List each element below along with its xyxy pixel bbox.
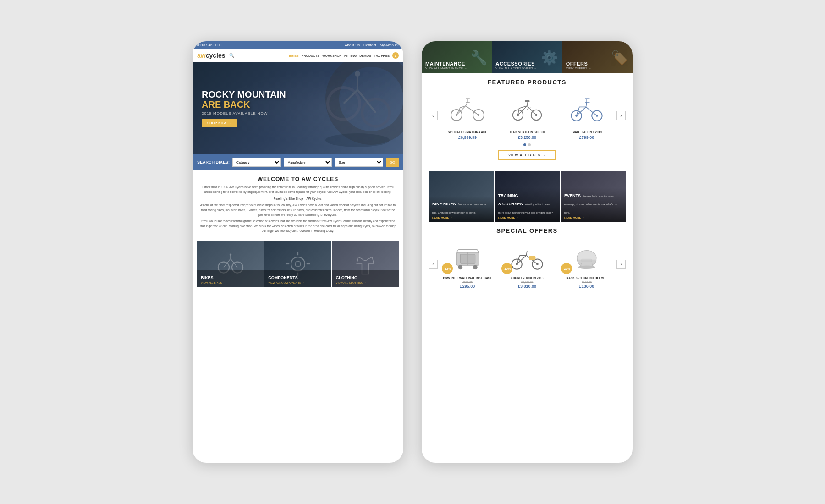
accessories-sub: VIEW ALL ACCESSORIES → [495,67,537,70]
dot-2 [528,143,531,146]
view-all-bikes-button[interactable]: VIEW ALL BIKES → [498,150,556,160]
carousel-prev-button[interactable]: ‹ [429,111,438,120]
accessories-icon: ⚙️ [541,49,558,66]
size-select[interactable]: Size [335,158,383,167]
svg-rect-41 [525,100,529,102]
ebike-svg [509,244,545,272]
offers-carousel: ‹ [429,240,626,289]
rides-overlay: BIKE RIDES Join us for our next social r… [429,196,494,222]
hero-banner: ROCKY MOUNTAIN ARE BACK 2019 MODELS AVAI… [192,62,403,154]
hero-subtitle: 2019 MODELS AVAILABLE NOW [202,111,286,115]
training-link[interactable]: READ MORE → [498,216,556,219]
product-price-2: £3,250.00 [499,135,555,140]
nav-bikes[interactable]: BIKES [289,54,298,57]
promo-accessories[interactable]: ⚙️ ACCESSORIES VIEW ALL ACCESSORIES → [492,41,562,73]
svg-line-69 [526,251,527,255]
svg-line-25 [466,102,468,106]
svg-rect-72 [529,256,535,260]
welcome-para3: As one of the most respected independent… [199,203,396,217]
hero-title: ROCKY MOUNTAIN ARE BACK [202,89,286,110]
product-name-1: SPECIALISSIMA DURA ACE [440,131,495,134]
offer-discount-2: -15% [501,263,512,274]
manufacturer-select[interactable]: Manufacturer [284,158,332,167]
offer-orig-price-1: £336.95 [440,281,495,284]
bikes-title: BIKES [201,275,214,280]
welcome-section: WELCOME TO AW CYCLES Established in 1994… [192,170,403,241]
activities-row: BIKE RIDES Join us for our next social r… [429,171,626,222]
accessories-text: ACCESSORIES VIEW ALL ACCESSORIES → [495,61,537,70]
offer-card-3[interactable]: -20% KASK K-31 CRONO HELMET £170.00 £136… [559,240,615,289]
category-grid: BIKES VIEW ALL BIKES → COMPONENTS VIEW A… [192,241,403,291]
category-clothing[interactable]: CLOTHING VIEW ALL CLOTHING → [332,241,399,287]
search-button[interactable]: GO [386,158,399,167]
svg-line-3 [344,90,358,104]
about-link[interactable]: About Us [345,43,360,47]
bikes-link[interactable]: VIEW ALL BIKES → [201,281,260,284]
activity-bike-rides[interactable]: BIKE RIDES Join us for our next social r… [429,171,494,222]
clothing-link[interactable]: VIEW ALL CLOTHING → [336,281,395,284]
product-price-3: £799.00 [559,135,615,140]
nav-workshop[interactable]: WORKSHOP [322,54,341,57]
components-link[interactable]: VIEW ALL COMPONENTS → [268,281,327,284]
offers-row: -12% B&W INTERNATIONAL BIKE CASE £336.95… [440,240,615,289]
offers-title: OFFERS [566,61,592,66]
offer-card-2[interactable]: -15% XDURO NDURO 9 2018 £4,500.00 £3,810… [499,240,555,289]
nav-products[interactable]: PRODUCTS [302,54,319,57]
promo-offers[interactable]: 🏷️ OFFERS VIEW OFFERS → [562,41,632,73]
svg-point-6 [355,71,360,77]
offer-name-3: KASK K-31 CRONO HELMET [559,276,615,279]
product-name-2: TERN VEKTRON S10 300 [499,131,555,134]
svg-line-60 [456,249,458,252]
bike-case-svg [453,244,483,272]
hero-title-white: ROCKY MOUNTAIN [202,89,286,99]
product-image-2 [499,91,555,128]
logo[interactable]: awcycles [197,52,226,59]
offer-card-1[interactable]: -12% B&W INTERNATIONAL BIKE CASE £336.95… [440,240,495,289]
product-card-2[interactable]: TERN VEKTRON S10 300 £3,250.00 [499,91,555,140]
special-offers-section: SPECIAL OFFERS ‹ [422,222,632,291]
account-link[interactable]: My Account [380,43,399,47]
category-components[interactable]: COMPONENTS VIEW ALL COMPONENTS → [264,241,331,287]
promo-maintenance[interactable]: 🔧 MAINTENANCE VIEW ALL MAINTENANCE → [422,41,492,73]
right-tablet-content: 🔧 MAINTENANCE VIEW ALL MAINTENANCE → ⚙️ … [422,41,632,463]
offer-orig-price-3: £170.00 [559,281,615,284]
events-link[interactable]: READ MORE → [564,216,622,219]
svg-point-0 [325,133,390,147]
category-bikes[interactable]: BIKES VIEW ALL BIKES → [197,241,264,287]
offer-discount-3: -20% [561,263,572,274]
category-select[interactable]: Category [232,158,281,167]
product-card-3[interactable]: GIANT TALON 1 2019 £799.00 [559,91,615,140]
search-icon[interactable]: 🔍 [229,53,234,58]
svg-line-62 [477,249,478,252]
helmet-svg [573,244,600,272]
activity-events[interactable]: EVENTS We regularly organise open evenin… [561,171,626,222]
dot-1 [523,143,526,146]
offers-carousel-next[interactable]: › [616,260,626,269]
offer-price-1: £295.00 [440,284,495,289]
rides-link[interactable]: READ MORE → [432,216,490,219]
left-tablet: 0118 946 3000 About Us Contact My Accoun… [192,41,403,463]
nav-fitting[interactable]: FITTING [344,54,357,57]
contact-link[interactable]: Contact [363,43,376,47]
cart-icon[interactable]: 3 [392,52,399,59]
offer-price-2: £3,810.00 [499,284,555,289]
svg-point-59 [473,265,477,269]
activity-training[interactable]: TRAINING& COURSES Would you like to lear… [495,171,560,222]
svg-point-58 [458,265,462,269]
product-image-3 [559,91,615,128]
product-card-1[interactable]: SPECIALISSIMA DURA ACE £6,999.99 [440,91,495,140]
special-offers-title: SPECIAL OFFERS [429,227,626,234]
search-label: SEARCH BIKES: [197,160,230,164]
carousel-next-button[interactable]: › [616,111,626,120]
products-row: SPECIALISSIMA DURA ACE £6,999.99 [440,91,615,140]
shop-now-button[interactable]: SHOP NOW → [202,119,237,127]
cart-count: 3 [395,54,396,57]
nav-demos[interactable]: DEMOS [359,54,371,57]
logo-cycles: cycles [206,52,226,59]
nav-tax-free[interactable]: TAX FREE [374,54,390,57]
hero-cyclist-decoration [321,67,394,149]
offers-carousel-prev[interactable]: ‹ [429,260,438,269]
road-bike-svg [449,96,486,123]
svg-point-13 [291,257,305,271]
offers-icon: 🏷️ [611,49,628,66]
